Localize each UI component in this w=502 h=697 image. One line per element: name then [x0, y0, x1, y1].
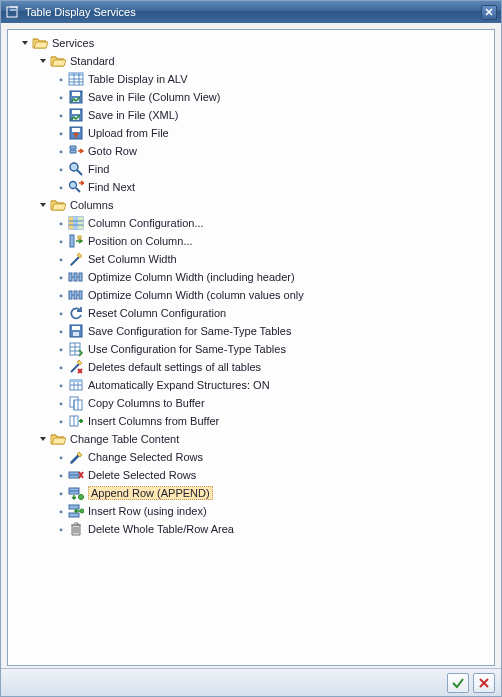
- bullet-icon: ▪: [56, 182, 66, 193]
- tree-view[interactable]: ServicesStandard▪Table Display in ALV▪Sa…: [7, 29, 495, 666]
- bullet-icon: ▪: [56, 128, 66, 139]
- delete-settings-icon: [68, 359, 84, 375]
- tree-item-label: Automatically Expand Structures: ON: [88, 379, 270, 391]
- columns-node[interactable]: Columns: [8, 196, 494, 214]
- bullet-icon: ▪: [56, 110, 66, 121]
- tree-item-label: Reset Column Configuration: [88, 307, 226, 319]
- set-column-width-item[interactable]: ▪Set Column Width: [8, 250, 494, 268]
- tree-item-label: Delete Selected Rows: [88, 469, 196, 481]
- titlebar: Table Display Services: [1, 1, 501, 23]
- position-on-column-item[interactable]: ▪Position on Column...: [8, 232, 494, 250]
- bullet-icon: ▪: [56, 308, 66, 319]
- services-node[interactable]: Services: [8, 34, 494, 52]
- tree-item-label: Columns: [70, 199, 113, 211]
- footer-toolbar: [1, 668, 501, 696]
- save-config-icon: [68, 323, 84, 339]
- delete-table-icon: [68, 521, 84, 537]
- insert-columns-buffer-item[interactable]: ▪Insert Columns from Buffer: [8, 412, 494, 430]
- cancel-button[interactable]: [473, 673, 495, 693]
- save-file-icon: [68, 89, 84, 105]
- append-row-item[interactable]: ▪Append Row (APPEND): [8, 484, 494, 502]
- app-icon: [5, 5, 19, 19]
- change-table-node[interactable]: Change Table Content: [8, 430, 494, 448]
- bullet-icon: ▪: [56, 236, 66, 247]
- confirm-button[interactable]: [447, 673, 469, 693]
- find-next-icon: [68, 179, 84, 195]
- copy-columns-icon: [68, 395, 84, 411]
- use-config-same-type-item[interactable]: ▪Use Configuration for Same-Type Tables: [8, 340, 494, 358]
- bullet-icon: ▪: [56, 398, 66, 409]
- bullet-icon: ▪: [56, 326, 66, 337]
- tree-item-label: Deletes default settings of all tables: [88, 361, 261, 373]
- delete-selected-rows-item[interactable]: ▪Delete Selected Rows: [8, 466, 494, 484]
- expander-icon[interactable]: [38, 200, 48, 210]
- expander-icon[interactable]: [20, 38, 30, 48]
- optimize-width-values-item[interactable]: ▪Optimize Column Width (column values on…: [8, 286, 494, 304]
- change-selected-rows-item[interactable]: ▪Change Selected Rows: [8, 448, 494, 466]
- bullet-icon: ▪: [56, 362, 66, 373]
- bullet-icon: ▪: [56, 254, 66, 265]
- insert-row-item[interactable]: ▪Insert Row (using index): [8, 502, 494, 520]
- save-in-file-column-item[interactable]: ▪Save in File (Column View): [8, 88, 494, 106]
- upload-from-file-item[interactable]: ▪Upload from File: [8, 124, 494, 142]
- window-title: Table Display Services: [25, 6, 481, 18]
- find-item[interactable]: ▪Find: [8, 160, 494, 178]
- tree-item-label: Goto Row: [88, 145, 137, 157]
- tree-item-label: Services: [52, 37, 94, 49]
- columns-config-icon: [68, 215, 84, 231]
- window: Table Display Services ServicesStandard▪…: [0, 0, 502, 697]
- bullet-icon: ▪: [56, 452, 66, 463]
- bullet-icon: ▪: [56, 92, 66, 103]
- optimize-width-icon: [68, 287, 84, 303]
- expand-struct-icon: [68, 377, 84, 393]
- bullet-icon: ▪: [56, 488, 66, 499]
- set-width-icon: [68, 251, 84, 267]
- reset-column-config-item[interactable]: ▪Reset Column Configuration: [8, 304, 494, 322]
- standard-node[interactable]: Standard: [8, 52, 494, 70]
- tree-item-label: Find: [88, 163, 109, 175]
- goto-row-item[interactable]: ▪Goto Row: [8, 142, 494, 160]
- tree-item-label: Table Display in ALV: [88, 73, 187, 85]
- tree-item-label: Standard: [70, 55, 115, 67]
- tree-item-label: Save Configuration for Same-Type Tables: [88, 325, 291, 337]
- optimize-width-header-item[interactable]: ▪Optimize Column Width (including header…: [8, 268, 494, 286]
- close-button[interactable]: [481, 5, 497, 20]
- find-next-item[interactable]: ▪Find Next: [8, 178, 494, 196]
- tree-item-label: Position on Column...: [88, 235, 193, 247]
- tree-item-label: Optimize Column Width (column values onl…: [88, 289, 304, 301]
- table-alv-icon: [68, 71, 84, 87]
- bullet-icon: ▪: [56, 380, 66, 391]
- tree-item-label: Change Selected Rows: [88, 451, 203, 463]
- svg-rect-0: [7, 7, 17, 17]
- delete-row-icon: [68, 467, 84, 483]
- bullet-icon: ▪: [56, 74, 66, 85]
- tree-item-label: Save in File (Column View): [88, 91, 220, 103]
- delete-whole-table-item[interactable]: ▪Delete Whole Table/Row Area: [8, 520, 494, 538]
- tree-item-label: Optimize Column Width (including header): [88, 271, 295, 283]
- pencil-icon: [68, 449, 84, 465]
- auto-expand-item[interactable]: ▪Automatically Expand Structures: ON: [8, 376, 494, 394]
- use-config-icon: [68, 341, 84, 357]
- table-display-alv-item[interactable]: ▪Table Display in ALV: [8, 70, 494, 88]
- folder-open-icon: [50, 53, 66, 69]
- tree-item-label: Save in File (XML): [88, 109, 178, 121]
- copy-columns-buffer-item[interactable]: ▪Copy Columns to Buffer: [8, 394, 494, 412]
- expander-icon[interactable]: [38, 56, 48, 66]
- insert-row-icon: [68, 503, 84, 519]
- save-in-file-xml-item[interactable]: ▪Save in File (XML): [8, 106, 494, 124]
- bullet-icon: ▪: [56, 416, 66, 427]
- save-config-same-type-item[interactable]: ▪Save Configuration for Same-Type Tables: [8, 322, 494, 340]
- tree-item-label: Column Configuration...: [88, 217, 204, 229]
- bullet-icon: ▪: [56, 524, 66, 535]
- delete-defaults-item[interactable]: ▪Deletes default settings of all tables: [8, 358, 494, 376]
- tree-item-label: Set Column Width: [88, 253, 177, 265]
- expander-icon[interactable]: [38, 434, 48, 444]
- tree-item-label: Insert Row (using index): [88, 505, 207, 517]
- insert-columns-icon: [68, 413, 84, 429]
- folder-open-icon: [32, 35, 48, 51]
- folder-open-icon: [50, 431, 66, 447]
- bullet-icon: ▪: [56, 290, 66, 301]
- column-configuration-item[interactable]: ▪Column Configuration...: [8, 214, 494, 232]
- folder-open-icon: [50, 197, 66, 213]
- append-row-icon: [68, 485, 84, 501]
